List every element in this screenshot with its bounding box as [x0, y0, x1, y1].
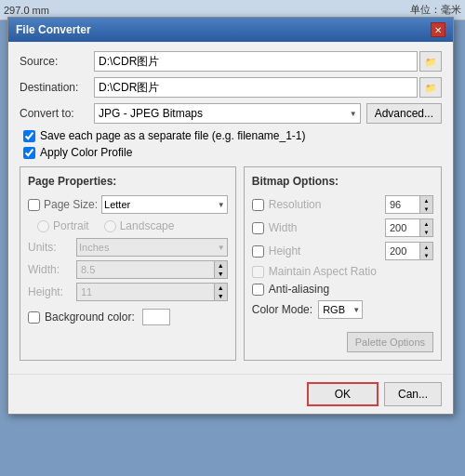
dialog-overlay: File Converter ✕ Source: 📁 Destination: … [7, 17, 454, 415]
height-bmp-spinner[interactable]: ▲ ▼ [420, 242, 433, 260]
bitmap-options-panel: Bitmap Options: Resolution ▲ ▼ [244, 166, 442, 361]
height-bmp-label: Height [269, 245, 385, 258]
page-properties-panel: Page Properties: Page Size: Letter [20, 166, 236, 361]
width-bmp-input[interactable] [385, 218, 420, 237]
file-converter-dialog: File Converter ✕ Source: 📁 Destination: … [7, 17, 454, 415]
save-each-page-label: Save each page as a separate file (e.g. … [40, 129, 306, 142]
height-bmp-checkbox[interactable] [252, 245, 264, 258]
width-input[interactable] [76, 260, 215, 279]
bg-color-checkbox[interactable] [28, 311, 40, 324]
resolution-input[interactable] [385, 195, 420, 214]
width-bmp-checkbox[interactable] [252, 222, 264, 234]
width-label: Width: [28, 263, 76, 276]
advanced-button[interactable]: Advanced... [366, 103, 442, 124]
width-spinner[interactable]: ▲ ▼ [215, 260, 228, 279]
height-spinner[interactable]: ▲ ▼ [215, 283, 228, 301]
landscape-radio-label[interactable]: Landscape [104, 219, 175, 232]
page-properties-title: Page Properties: [28, 175, 228, 188]
anti-aliasing-label: Anti-aliasing [269, 283, 433, 296]
apply-color-profile-label: Apply Color Profile [40, 146, 132, 159]
height-input[interactable] [76, 283, 215, 301]
page-size-select[interactable]: Letter [101, 195, 228, 214]
source-browse-button[interactable]: 📁 [419, 51, 442, 72]
save-each-page-checkbox[interactable] [23, 130, 35, 142]
bg-color-label: Background color: [45, 311, 135, 324]
portrait-radio-label[interactable]: Portrait [37, 219, 89, 232]
convert-select[interactable]: JPG - JPEG Bitmaps [94, 103, 361, 124]
ok-button[interactable]: OK [307, 382, 379, 406]
folder-icon-2: 📁 [425, 83, 436, 93]
source-input[interactable] [94, 51, 418, 72]
height-bmp-input[interactable] [385, 242, 420, 260]
width-bmp-spinner[interactable]: ▲ ▼ [420, 218, 433, 237]
landscape-label: Landscape [120, 219, 175, 232]
landscape-radio[interactable] [104, 220, 116, 232]
resolution-checkbox[interactable] [252, 199, 264, 211]
width-bmp-label: Width [269, 221, 385, 234]
portrait-radio[interactable] [37, 220, 49, 232]
unit-label: 单位：毫米 [410, 3, 461, 17]
color-box[interactable] [142, 309, 170, 325]
color-mode-label: Color Mode: [252, 303, 312, 316]
source-label: Source: [20, 55, 94, 68]
convert-label: Convert to: [20, 107, 94, 120]
apply-color-profile-checkbox[interactable] [23, 147, 35, 159]
resolution-spinner[interactable]: ▲ ▼ [420, 195, 433, 214]
destination-browse-button[interactable]: 📁 [419, 77, 442, 98]
page-size-checkbox[interactable] [28, 199, 40, 211]
destination-label: Destination: [20, 81, 94, 94]
maintain-aspect-label: Maintain Aspect Ratio [269, 265, 377, 278]
close-button[interactable]: ✕ [431, 22, 445, 37]
cancel-button[interactable]: Can... [384, 382, 442, 406]
anti-aliasing-checkbox[interactable] [252, 284, 264, 296]
resolution-label: Resolution [269, 198, 385, 211]
color-mode-select[interactable]: RGB [318, 300, 363, 319]
folder-icon: 📁 [425, 57, 436, 67]
portrait-label: Portrait [53, 219, 89, 232]
dialog-title: File Converter [16, 23, 91, 36]
page-size-label: Page Size: [44, 198, 98, 211]
units-select[interactable]: Inches [76, 238, 228, 257]
height-label: Height: [28, 285, 76, 298]
measurement-text: 297.0 mm [4, 5, 49, 16]
dialog-titlebar: File Converter ✕ [8, 18, 453, 42]
maintain-aspect-checkbox[interactable] [252, 266, 264, 278]
units-label: Units: [28, 241, 76, 254]
palette-options-button[interactable]: Palette Options [347, 332, 433, 352]
destination-input[interactable] [94, 77, 418, 98]
bitmap-options-title: Bitmap Options: [252, 175, 433, 188]
